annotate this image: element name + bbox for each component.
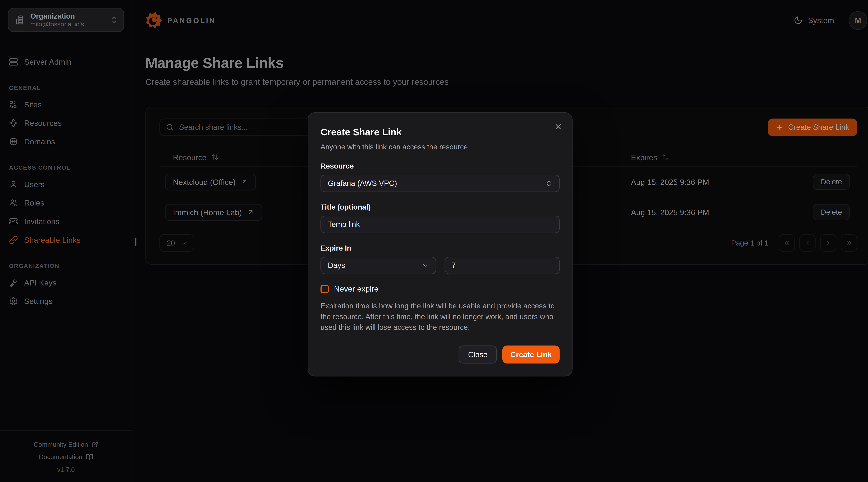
modal-subtitle: Anyone with this link can access the res…	[320, 143, 559, 151]
close-icon[interactable]	[554, 122, 562, 131]
modal-title: Create Share Link	[320, 127, 559, 138]
title-input[interactable]	[320, 216, 559, 233]
never-expire-checkbox[interactable]	[320, 285, 329, 293]
close-button[interactable]: Close	[459, 346, 497, 364]
resource-select-value: Grafana (AWS VPC)	[328, 179, 545, 188]
expire-in-label: Expire In	[320, 244, 559, 252]
expire-value-input[interactable]	[444, 257, 559, 274]
create-link-button[interactable]: Create Link	[503, 346, 559, 364]
expiration-help-text: Expiration time is how long the link wil…	[320, 301, 559, 333]
chevrons-up-down-icon	[545, 180, 552, 187]
expire-unit-select[interactable]: Days	[320, 257, 436, 274]
never-expire-label: Never expire	[334, 284, 379, 293]
resource-label: Resource	[320, 162, 559, 170]
title-label: Title (optional)	[320, 203, 559, 211]
resource-select[interactable]: Grafana (AWS VPC)	[320, 175, 559, 192]
page-container: Organization milo@fossorial.io's ... Ser…	[0, 0, 868, 482]
chevron-down-icon	[421, 262, 429, 269]
never-expire-row[interactable]: Never expire	[320, 284, 559, 293]
expire-unit-value: Days	[328, 261, 421, 270]
create-share-link-modal: Create Share Link Anyone with this link …	[308, 112, 572, 376]
